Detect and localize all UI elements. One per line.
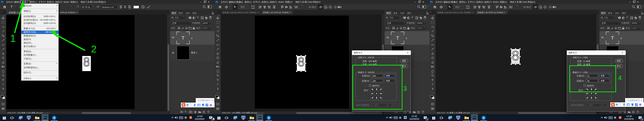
- svg-text:T: T: [2, 83, 4, 86]
- svg-text:S: S: [619, 116, 621, 119]
- svg-text:T: T: [217, 83, 219, 86]
- svg-text:S: S: [190, 116, 191, 119]
- svg-text:T: T: [431, 83, 433, 86]
- svg-text:T: T: [611, 35, 614, 41]
- svg-text:T: T: [182, 35, 185, 41]
- svg-text:3: 3: [427, 118, 428, 120]
- svg-text:3: 3: [641, 118, 642, 120]
- svg-text:T: T: [396, 35, 399, 41]
